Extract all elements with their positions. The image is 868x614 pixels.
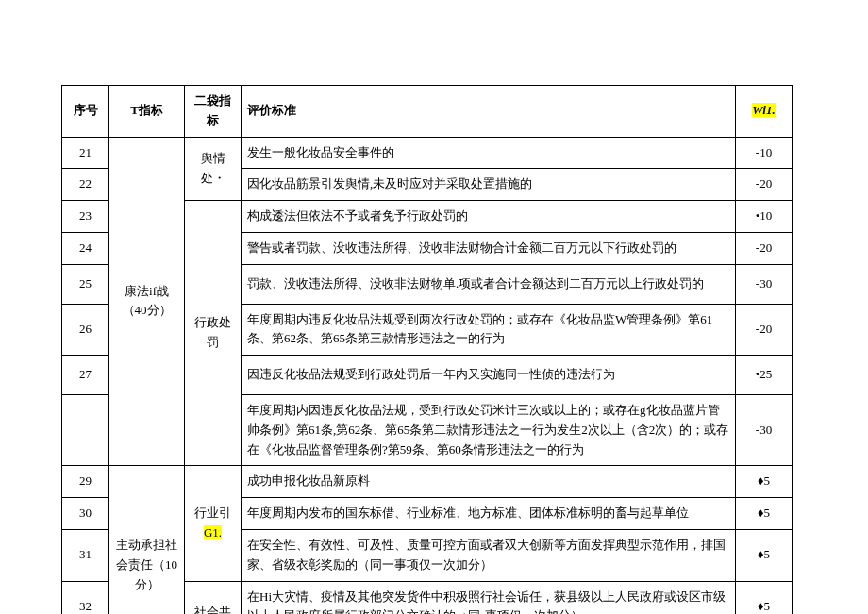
cell-std: 年度周期内发布的国东标借、行业标准、地方标准、团体标准标明的畜与起草单位 — [242, 498, 736, 530]
cell-wi: •25 — [736, 356, 793, 395]
group-cell: 康法if战（40分） — [109, 137, 185, 466]
cell-seq: 23 — [62, 201, 109, 233]
cell-std: 年度周期内违反化妆品法规受到两次行政处罚的；或存在《化妆品监W管理条例》第61条… — [242, 304, 736, 356]
sub-cell: 社会共治 — [185, 581, 242, 614]
sub-cell: 舆情处・ — [185, 137, 242, 201]
table-row: 21 康法if战（40分） 舆情处・ 发生一般化妆品安全事件的 -10 — [62, 137, 793, 169]
cell-wi: -20 — [736, 232, 793, 264]
cell-wi: ♦5 — [736, 498, 793, 530]
cell-wi: -20 — [736, 304, 793, 356]
cell-std: 构成逶法但依法不予或者免予行政处罚的 — [242, 201, 736, 233]
cell-seq: 26 — [62, 304, 109, 356]
cell-seq: 25 — [62, 264, 109, 304]
group-cell: 主动承担社会责任（10分） — [109, 466, 185, 614]
cell-std: 警告或者罚款、没收违法所得、没收非法财物合计金额二百万元以下行政处罚的 — [242, 232, 736, 264]
cell-seq: 22 — [62, 169, 109, 201]
header-sub: 二袋指标 — [185, 86, 242, 138]
cell-seq — [62, 394, 109, 465]
cell-wi: -10 — [736, 137, 793, 169]
header-std: 评价标准 — [242, 86, 736, 138]
cell-wi: -20 — [736, 169, 793, 201]
cell-wi: -30 — [736, 394, 793, 465]
cell-wi: ♦5 — [736, 466, 793, 498]
cell-std: 在安全性、有效性、可及性、质量可控方面或者双大创新等方面发挥典型示范作用，排国家… — [242, 529, 736, 581]
header-seq: 序号 — [62, 86, 109, 138]
evaluation-table: 序号 T指标 二袋指标 评价标准 Wi1. 21 康法if战（40分） 舆情处・… — [61, 85, 793, 614]
cell-std: 发生一般化妆品安全事件的 — [242, 137, 736, 169]
cell-seq: 21 — [62, 137, 109, 169]
cell-seq: 31 — [62, 529, 109, 581]
cell-wi: ♦5 — [736, 581, 793, 614]
cell-std: 成功申报化妆品新原料 — [242, 466, 736, 498]
cell-std: 年度周期内因违反化妆品法规，受到行政处罚米计三次或以上的；或存在g化妆品蓝片管帅… — [242, 394, 736, 465]
cell-wi: -30 — [736, 264, 793, 304]
cell-seq: 27 — [62, 356, 109, 395]
cell-seq: 32 — [62, 581, 109, 614]
sub-cell: 行业引G1. — [185, 466, 242, 581]
cell-wi: •10 — [736, 201, 793, 233]
header-row: 序号 T指标 二袋指标 评价标准 Wi1. — [62, 86, 793, 138]
cell-wi: ♦5 — [736, 529, 793, 581]
cell-std: 因化妆品筋景引发舆情,未及时应对并采取处置措施的 — [242, 169, 736, 201]
table-row: 29 主动承担社会责任（10分） 行业引G1. 成功申报化妆品新原料 ♦5 — [62, 466, 793, 498]
header-wi: Wi1. — [736, 86, 793, 138]
cell-std: 在Hi大灾情、疫情及其他突发货件中积极照行社会诟任，获县级以上人民政府或设区市级… — [242, 581, 736, 614]
sub-cell: 行政处罚 — [185, 201, 242, 466]
cell-seq: 30 — [62, 498, 109, 530]
cell-seq: 24 — [62, 232, 109, 264]
header-t: T指标 — [109, 86, 185, 138]
cell-std: 罚款、没收违法所得、没收非法财物单.项或者合计金额达到二百万元以上行政处罚的 — [242, 264, 736, 304]
cell-std: 因违反化妆品法规受到行政处罚后一年内又实施同一性侦的违法行为 — [242, 356, 736, 395]
cell-seq: 29 — [62, 466, 109, 498]
